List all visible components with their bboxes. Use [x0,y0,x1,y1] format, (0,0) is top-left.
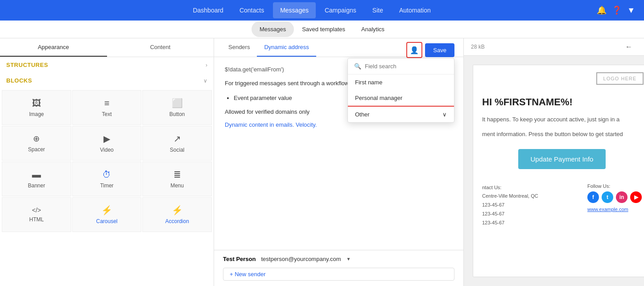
block-text[interactable]: ≡ Text [72,90,142,125]
twitter-icon[interactable]: t [602,191,613,203]
block-timer[interactable]: ⏱ Timer [72,162,142,196]
block-menu-label: Menu [170,182,184,189]
structures-label: Structures [6,62,48,68]
block-accordion[interactable]: ⚡ Accordion [142,197,212,232]
button-icon: ⬜ [172,98,183,108]
email-preview: LOGO HERE HI %FIRSTNAME%! It happens. To… [464,56,644,286]
tab-content[interactable]: Content [107,38,214,57]
nav-dashboard[interactable]: Dashboard [186,2,231,18]
field-option-firstname[interactable]: First name [348,75,454,90]
subnav-analytics[interactable]: Analytics [353,21,392,37]
footer-contact: ntact Us: Centre-Ville Montreal, QC 123-… [482,183,538,228]
footer-phone3: 123-45-67 [482,219,538,228]
sub-navigation: Messages Saved templates Analytics [0,21,644,38]
email-body: LOGO HERE HI %FIRSTNAME%! It happens. To… [473,65,644,277]
block-menu[interactable]: ≣ Menu [142,162,212,196]
help-icon[interactable]: ❓ [612,5,622,15]
email-greeting: HI %FIRSTNAME%! [473,92,644,112]
velocity-link[interactable]: Dynamic content in emails. Velocity. [225,121,317,128]
redo-button[interactable]: → [640,42,644,52]
email-text-2: ment information. Press the button below… [473,127,644,142]
instagram-icon[interactable]: in [616,191,627,203]
save-button[interactable]: Save [425,43,454,57]
website-link[interactable]: www.example.com [587,207,628,212]
main-layout: Appearance Content Structures › Blocks ∨… [0,38,644,286]
block-html[interactable]: </> HTML [2,197,71,232]
blocks-label: Blocks [6,77,32,84]
block-banner-label: Banner [28,182,45,189]
tab-senders[interactable]: Senders [221,38,257,57]
social-icons: f t in ▶ [587,191,642,203]
tab-appearance[interactable]: Appearance [0,38,107,57]
file-size: 28 kB [471,44,485,50]
nav-contacts[interactable]: Contacts [232,2,271,18]
block-spacer[interactable]: ⊕ Spacer [2,126,71,161]
sender-name: Test Person [223,256,256,262]
nav-automation[interactable]: Automation [392,2,438,18]
sender-bar: Test Person testperson@yourcompany.com ▼ [214,250,463,268]
footer-follow: Follow Us: f t in ▶ www.example.com [587,183,642,212]
field-search-row: 🔍 [348,58,454,75]
nav-site[interactable]: Site [365,2,390,18]
field-option-other[interactable]: Other ∨ [348,107,454,122]
sender-dropdown-icon[interactable]: ▼ [347,257,351,261]
carousel-icon: ⚡ [101,205,112,216]
subnav-saved-templates[interactable]: Saved templates [294,21,353,37]
block-html-label: HTML [29,216,44,223]
block-text-label: Text [102,111,111,117]
accordion-icon: ⚡ [172,205,183,216]
sidebar-tabs: Appearance Content [0,38,214,57]
block-button[interactable]: ⬜ Button [142,90,212,125]
person-icon-button[interactable]: 👤 [406,42,422,58]
block-carousel[interactable]: ⚡ Carousel [72,197,142,232]
field-dropdown: 🔍 First name Personal manager Other ∨ [347,58,454,123]
block-video[interactable]: ▶ Video [72,126,142,161]
blocks-section-header[interactable]: Blocks ∨ [0,73,214,88]
tab-dynamic-address[interactable]: Dynamic address [257,38,316,57]
banner-icon: ▬ [32,170,41,180]
dropdown-icon[interactable]: ▼ [627,6,635,15]
nav-links: Dashboard Contacts Messages Campaigns Si… [186,2,438,18]
undo-button[interactable]: ← [623,42,635,52]
block-carousel-label: Carousel [96,218,117,224]
block-social[interactable]: ↗ Social [142,126,212,161]
nav-right: 🔔 ❓ ▼ [597,5,635,15]
new-sender-button[interactable]: + New sender [223,268,454,281]
nav-campaigns[interactable]: Campaigns [318,2,363,18]
bell-icon[interactable]: 🔔 [597,5,607,15]
subnav-messages[interactable]: Messages [252,21,294,37]
middle-panel: Senders Dynamic address 👤 Save 🔍 First n… [214,38,464,286]
video-icon: ▶ [103,133,110,144]
field-search-input[interactable] [365,63,448,70]
blocks-arrow-icon: ∨ [203,78,207,84]
block-image[interactable]: 🖼 Image [2,90,71,125]
footer-address: Centre-Ville Montreal, QC [482,192,538,201]
right-panel: 28 kB ← → LOGO HERE HI %FIRSTNAME%! It h… [464,38,644,286]
block-timer-label: Timer [100,182,113,189]
facebook-icon[interactable]: f [587,191,599,203]
block-image-label: Image [29,111,44,117]
save-row: 👤 Save [406,42,454,58]
nav-messages[interactable]: Messages [273,2,316,18]
html-icon: </> [32,207,41,214]
update-payment-button[interactable]: Update Payment Info [518,149,606,169]
other-label: Other [355,111,370,118]
block-video-label: Video [100,147,113,153]
field-option-personal-manager[interactable]: Personal manager [348,90,454,107]
structures-section-header[interactable]: Structures › [0,57,214,73]
block-accordion-label: Accordion [165,218,189,224]
email-footer: ntact Us: Centre-Ville Montreal, QC 123-… [473,176,644,235]
block-spacer-label: Spacer [28,146,45,153]
spacer-icon: ⊕ [33,134,40,144]
block-social-label: Social [170,147,185,153]
footer-phone1: 123-45-67 [482,201,538,210]
block-banner[interactable]: ▬ Banner [2,162,71,196]
email-logo-row: LOGO HERE [473,65,644,92]
structures-arrow-icon: › [206,62,207,68]
image-icon: 🖼 [32,98,41,108]
right-toolbar: 28 kB ← → [464,38,644,56]
top-navigation: Dashboard Contacts Messages Campaigns Si… [0,0,644,21]
block-button-label: Button [169,111,185,117]
youtube-icon[interactable]: ▶ [630,191,642,203]
person-icon: 👤 [410,46,419,54]
